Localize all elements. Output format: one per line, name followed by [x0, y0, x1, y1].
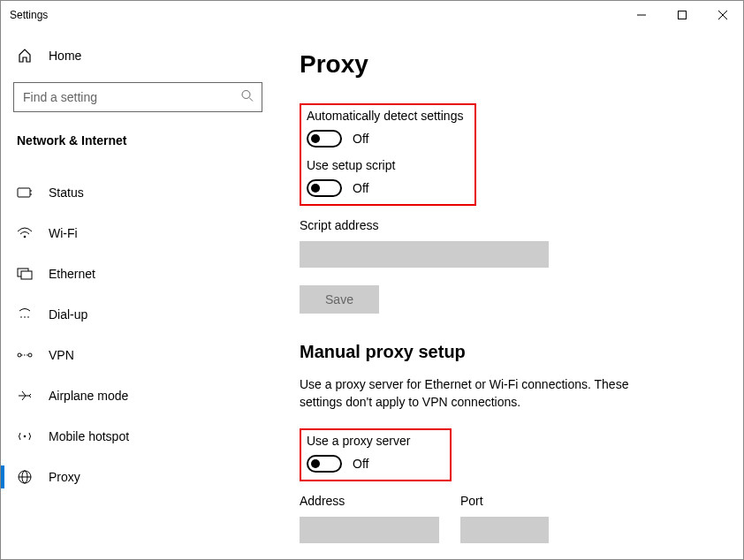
ethernet-icon: [17, 268, 33, 280]
sidebar-item-label: Ethernet: [49, 267, 95, 281]
use-script-state: Off: [353, 181, 368, 195]
sidebar-item-airplane[interactable]: Airplane mode: [1, 375, 275, 416]
home-label: Home: [49, 49, 81, 63]
dialup-icon: [17, 308, 33, 321]
use-script-label: Use setup script: [307, 158, 466, 172]
use-proxy-toggle[interactable]: [307, 455, 342, 473]
vpn-icon: [17, 349, 33, 361]
manual-proxy-title: Manual proxy setup: [300, 342, 718, 362]
highlight-auto-proxy: Automatically detect settings Off Use se…: [300, 103, 476, 206]
airplane-icon: [17, 390, 33, 402]
sidebar-item-label: Dial-up: [49, 307, 87, 322]
minimize-button[interactable]: [621, 1, 662, 29]
sidebar-item-vpn[interactable]: VPN: [1, 335, 275, 375]
svg-point-16: [28, 353, 32, 357]
auto-detect-state: Off: [353, 132, 368, 146]
save-button: Save: [300, 285, 379, 314]
sidebar-item-hotspot[interactable]: Mobile hotspot: [1, 416, 275, 457]
title-bar: Settings: [1, 1, 743, 29]
auto-detect-toggle[interactable]: [307, 130, 342, 148]
port-label: Port: [460, 494, 549, 508]
svg-line-5: [249, 98, 253, 102]
main-content: Proxy Automatically detect settings Off …: [275, 29, 743, 559]
svg-point-15: [18, 353, 21, 357]
sidebar-item-label: Proxy: [49, 470, 80, 484]
svg-rect-11: [21, 271, 32, 279]
svg-point-12: [20, 316, 22, 318]
globe-icon: [17, 470, 33, 484]
category-title: Network & Internet: [1, 121, 275, 160]
sidebar-item-dialup[interactable]: Dial-up: [1, 294, 275, 335]
sidebar-item-status[interactable]: Status: [1, 172, 275, 213]
sidebar-item-wifi[interactable]: Wi-Fi: [1, 213, 275, 254]
sidebar-item-label: Wi-Fi: [49, 226, 78, 240]
svg-point-4: [242, 91, 250, 99]
search-icon: [241, 90, 254, 105]
port-input: [460, 517, 549, 543]
status-icon: [17, 186, 33, 199]
manual-proxy-desc: Use a proxy server for Ethernet or Wi-Fi…: [300, 376, 671, 411]
page-title: Proxy: [300, 50, 718, 79]
hotspot-icon: [17, 430, 33, 443]
sidebar-item-label: Status: [49, 185, 84, 200]
search-input[interactable]: [13, 82, 262, 112]
script-address-label: Script address: [300, 218, 718, 232]
use-proxy-state: Off: [353, 457, 368, 471]
auto-detect-label: Automatically detect settings: [307, 109, 466, 123]
script-address-input: [300, 241, 549, 268]
svg-point-18: [24, 435, 27, 438]
address-label: Address: [300, 494, 439, 508]
svg-rect-6: [18, 188, 30, 197]
sidebar-item-ethernet[interactable]: Ethernet: [1, 254, 275, 294]
svg-rect-1: [679, 11, 687, 19]
sidebar-item-label: VPN: [49, 348, 74, 362]
wifi-icon: [17, 227, 33, 239]
sidebar-item-proxy[interactable]: Proxy: [1, 457, 275, 497]
use-script-toggle[interactable]: [307, 179, 342, 197]
home-icon: [17, 49, 33, 63]
window-title: Settings: [10, 9, 621, 21]
maximize-button[interactable]: [662, 1, 702, 29]
window-controls: [621, 1, 743, 29]
sidebar-item-label: Airplane mode: [49, 389, 128, 403]
close-button[interactable]: [702, 1, 743, 29]
home-nav[interactable]: Home: [1, 38, 275, 73]
svg-point-14: [27, 316, 29, 318]
sidebar: Home Network & Internet Status Wi-Fi: [1, 29, 275, 559]
svg-point-13: [24, 316, 26, 318]
svg-point-9: [24, 236, 27, 238]
sidebar-item-label: Mobile hotspot: [49, 429, 129, 443]
use-proxy-label: Use a proxy server: [307, 434, 441, 448]
address-input: [300, 517, 439, 543]
highlight-use-proxy: Use a proxy server Off: [300, 428, 452, 481]
